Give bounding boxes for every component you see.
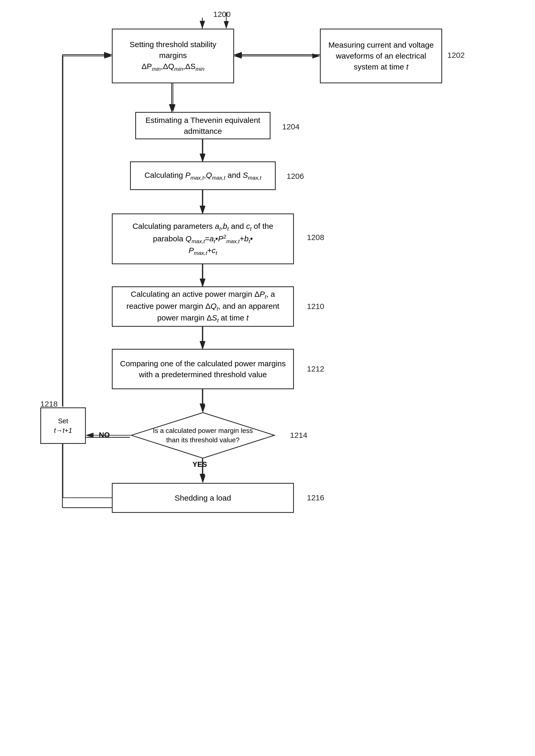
box-1208: Calculating parameters at,bt and ct of t… bbox=[112, 213, 294, 264]
box-1218-text: Sett→t+1 bbox=[54, 416, 72, 435]
box-1214-text: Is a calculated power margin less than i… bbox=[130, 411, 276, 460]
ref-1216: 1216 bbox=[307, 493, 324, 502]
diagram-container: 1200 Setting threshold stability margins… bbox=[0, 0, 535, 756]
ref-1208: 1208 bbox=[307, 233, 324, 242]
ref-1214: 1214 bbox=[290, 431, 307, 440]
yes-label: YES bbox=[192, 460, 207, 469]
ref-1206: 1206 bbox=[287, 172, 304, 181]
ref-1202: 1202 bbox=[447, 51, 465, 60]
no-label: NO bbox=[99, 431, 110, 439]
box-1202-text: Measuring current and voltage waveforms … bbox=[327, 40, 435, 73]
box-1200-text: Setting threshold stability margins ΔPmi… bbox=[119, 39, 227, 73]
ref-1212: 1212 bbox=[307, 364, 324, 373]
box-1204: Estimating a Thevenin equivalent admitta… bbox=[135, 112, 270, 139]
box-1214: Is a calculated power margin less than i… bbox=[130, 411, 276, 460]
box-1212-text: Comparing one of the calculated power ma… bbox=[119, 358, 287, 380]
box-1210-text: Calculating an active power margin ΔPt, … bbox=[119, 289, 287, 324]
box-1206-text: Calculating Pmax,t,Qmax,t and Smax,t bbox=[144, 170, 261, 181]
box-1216: Shedding a load bbox=[112, 483, 294, 513]
box-1218: Sett→t+1 bbox=[40, 408, 86, 444]
ref-1204: 1204 bbox=[282, 122, 300, 131]
box-1204-text: Estimating a Thevenin equivalent admitta… bbox=[142, 115, 264, 137]
ref-1218: 1218 bbox=[40, 400, 58, 408]
box-1216-text: Shedding a load bbox=[175, 493, 231, 503]
ref-1200: 1200 bbox=[213, 10, 231, 19]
box-1210: Calculating an active power margin ΔPt, … bbox=[112, 287, 294, 327]
box-1200: Setting threshold stability margins ΔPmi… bbox=[112, 29, 234, 83]
box-1202: Measuring current and voltage waveforms … bbox=[320, 29, 442, 83]
box-1208-text: Calculating parameters at,bt and ct of t… bbox=[119, 221, 287, 257]
box-1212: Comparing one of the calculated power ma… bbox=[112, 349, 294, 389]
ref-1210: 1210 bbox=[307, 302, 324, 311]
box-1206: Calculating Pmax,t,Qmax,t and Smax,t bbox=[130, 162, 276, 190]
